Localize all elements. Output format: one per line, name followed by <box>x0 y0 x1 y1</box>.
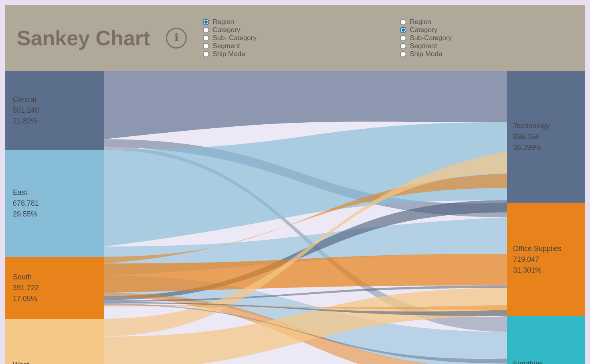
radio-region-left[interactable]: Region <box>203 18 376 26</box>
node-technology: Technology 836,154 36.399% <box>507 71 585 203</box>
header-controls: Region Category Sub- Category Segment <box>203 18 573 58</box>
radio-circle-region-right[interactable] <box>400 19 406 25</box>
node-east: East 678,781 29.55% <box>5 150 104 257</box>
south-label: South 391,722 17.05% <box>13 272 96 304</box>
west-label: West 725,458 31.58% <box>13 360 96 364</box>
radio-segment-left[interactable]: Segment <box>203 42 376 50</box>
radio-circle-segment-left[interactable] <box>203 43 209 49</box>
radio-circle-category-left[interactable] <box>203 27 209 33</box>
left-radio-group: Region Category Sub- Category Segment <box>203 18 376 58</box>
node-furniture: Furniture 742,000 32.300% <box>507 316 585 364</box>
radio-segment-right[interactable]: Segment <box>400 42 573 50</box>
header: Sankey Chart ℹ Region Category <box>5 5 585 71</box>
sankey-area: Central 501,240 21.82% East 678,781 29.5… <box>5 71 585 364</box>
node-west: West 725,458 31.58% <box>5 319 104 364</box>
info-icon[interactable]: ℹ <box>166 28 187 49</box>
technology-label: Technology 836,154 36.399% <box>513 121 550 153</box>
chart-wrapper: Sankey Chart ℹ Region Category <box>5 5 585 359</box>
radio-shipmode-left[interactable]: Ship Mode <box>203 50 376 58</box>
radio-circle-shipmode-right[interactable] <box>400 51 406 57</box>
radio-circle-subcategory-right[interactable] <box>400 35 406 41</box>
outer-container: Sankey Chart ℹ Region Category <box>0 0 590 364</box>
sankey-flows <box>104 71 507 364</box>
node-central: Central 501,240 21.82% <box>5 71 104 150</box>
radio-category-left[interactable]: Category <box>203 26 376 34</box>
radio-shipmode-right[interactable]: Ship Mode <box>400 50 573 58</box>
radio-region-right[interactable]: Region <box>400 18 573 26</box>
radio-subcategory-left[interactable]: Sub- Category <box>203 34 376 42</box>
radio-circle-category-right[interactable] <box>400 27 406 33</box>
right-nodes: Technology 836,154 36.399% Office Suppli… <box>507 71 585 364</box>
chart-title: Sankey Chart <box>17 26 150 50</box>
radio-circle-subcategory-left[interactable] <box>203 35 209 41</box>
radio-subcategory-right[interactable]: Sub-Category <box>400 34 573 42</box>
left-nodes: Central 501,240 21.82% East 678,781 29.5… <box>5 71 104 364</box>
central-label: Central 501,240 21.82% <box>13 94 96 127</box>
node-south: South 391,722 17.05% <box>5 257 104 319</box>
radio-circle-region-left[interactable] <box>203 19 209 25</box>
node-office-supplies: Office Supplies 719,047 31.301% <box>507 203 585 316</box>
radio-circle-segment-right[interactable] <box>400 43 406 49</box>
office-supplies-label: Office Supplies 719,047 31.301% <box>513 243 562 276</box>
furniture-label: Furniture 742,000 32.300% <box>513 358 542 364</box>
right-radio-group: Region Category Sub-Category Segment <box>400 18 573 58</box>
radio-category-right[interactable]: Category <box>400 26 573 34</box>
radio-circle-shipmode-left[interactable] <box>203 51 209 57</box>
east-label: East 678,781 29.55% <box>13 187 96 220</box>
